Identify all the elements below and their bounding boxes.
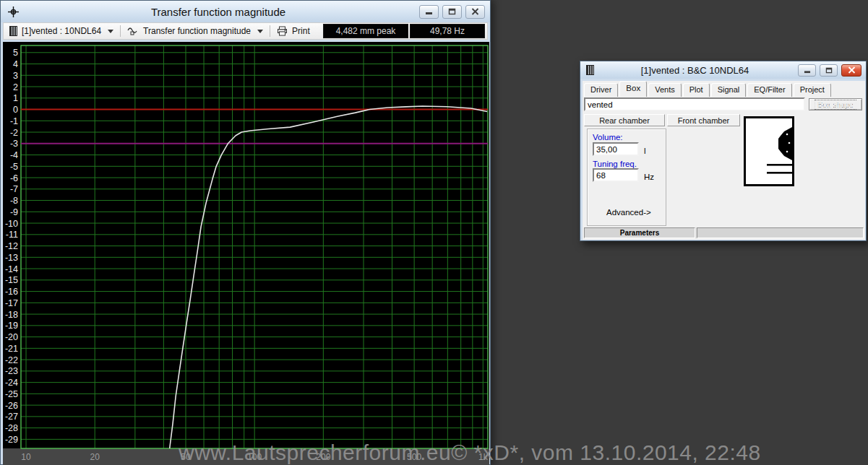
- y-tick-label: -23: [5, 366, 18, 376]
- y-tick-label: -7: [10, 184, 18, 194]
- front-chamber-button[interactable]: Front chamber: [667, 114, 740, 126]
- box-diagram: [744, 116, 794, 186]
- y-tick-label: -17: [5, 298, 18, 308]
- plot-canvas[interactable]: -29-28-27-26-25-24-23-22-21-20-19-18-17-…: [3, 42, 489, 465]
- y-tick-label: -18: [5, 310, 18, 320]
- maximize-button[interactable]: [442, 5, 462, 19]
- tab-eq-filter[interactable]: EQ/Filter: [747, 83, 791, 97]
- y-tick-label: -13: [5, 253, 18, 263]
- y-tick-label: -26: [5, 401, 18, 411]
- x-tick-label: 20: [90, 452, 100, 462]
- volume-input[interactable]: 35,00: [593, 142, 639, 156]
- y-tick-label: 4: [13, 59, 18, 69]
- status-empty: [697, 227, 864, 238]
- y-tick-label: -19: [5, 321, 18, 331]
- project-window-title: [1]vented : B&C 10NDL64: [594, 65, 796, 76]
- rear-chamber-panel: Volume: 35,00 l Tuning freq. 68 Hz Advan…: [587, 129, 666, 226]
- crosshair-icon: [7, 6, 20, 18]
- cursor-readouts: 4,482 mm peak 49,78 Hz: [323, 24, 485, 38]
- x-tick-label: 500: [407, 452, 421, 462]
- toolbar-separator: [270, 25, 270, 37]
- y-tick-label: -11: [6, 230, 18, 240]
- y-tick-label: 5: [13, 48, 18, 58]
- chevron-down-icon: [257, 30, 263, 33]
- plot-type-selector-label: Transfer function magnitude: [143, 26, 251, 36]
- close-icon: [848, 66, 856, 74]
- x-tick-label: 200: [316, 452, 330, 462]
- box-name-input[interactable]: vented: [584, 97, 805, 111]
- y-tick-label: -27: [5, 412, 18, 422]
- y-tick-label: -12: [5, 241, 18, 251]
- advanced-link[interactable]: Advanced->: [606, 208, 651, 217]
- vented-box-diagram-icon: [746, 118, 792, 184]
- y-tick-label: -29: [5, 435, 18, 445]
- tab-vents[interactable]: Vents: [648, 83, 682, 97]
- tab-driver[interactable]: Driver: [584, 83, 618, 97]
- x-tick-label: 1k: [478, 452, 489, 462]
- y-tick-label: -15: [5, 275, 18, 285]
- desktop: { "desktop": { "bg": "#3b3b3b" }, "water…: [0, 0, 868, 465]
- close-button[interactable]: [841, 64, 861, 77]
- box-shape-label: Box shape: [815, 100, 856, 110]
- plot-window-title: Transfer function magnitude: [20, 6, 417, 18]
- minimize-button[interactable]: [798, 64, 816, 77]
- y-tick-label: -28: [5, 423, 18, 433]
- y-tick-label: -6: [10, 173, 18, 183]
- y-tick-label: -14: [5, 264, 18, 274]
- close-button[interactable]: [465, 5, 485, 19]
- volume-label: Volume:: [593, 133, 623, 142]
- tuning-freq-label: Tuning freq.: [593, 160, 637, 168]
- minimize-icon: [425, 8, 433, 15]
- source-selector-label: [1]vented : 10NDL64: [22, 26, 101, 36]
- y-tick-label: -8: [10, 196, 18, 206]
- project-window-titlebar[interactable]: [1]vented : B&C 10NDL64: [580, 61, 866, 79]
- tab-plot[interactable]: Plot: [683, 83, 710, 97]
- box-shape-button[interactable]: Box shape: [809, 98, 862, 110]
- rear-chamber-button[interactable]: Rear chamber: [584, 114, 665, 126]
- tab-project[interactable]: Project: [794, 83, 831, 97]
- maximize-icon: [825, 67, 833, 74]
- plot-window-titlebar[interactable]: Transfer function magnitude: [1, 1, 490, 22]
- x-tick-label: 50: [181, 452, 191, 462]
- y-tick-label: -10: [5, 219, 18, 229]
- y-tick-label: -4: [10, 150, 18, 160]
- tab-strip: Driver Box Vents Plot Signal EQ/Filter P…: [584, 81, 833, 97]
- plot-type-selector[interactable]: Transfer function magnitude: [143, 26, 263, 36]
- plot-toolbar: [1]vented : 10NDL64 Transfer function ma…: [3, 22, 488, 40]
- y-tick-label: -3: [10, 139, 18, 149]
- y-tick-label: -25: [5, 389, 18, 399]
- y-tick-label: 2: [13, 82, 18, 92]
- print-label: Print: [292, 26, 310, 36]
- y-tick-label: -22: [5, 355, 18, 365]
- maximize-icon: [448, 8, 456, 15]
- volume-unit: l: [644, 147, 646, 155]
- toolbar-separator: [120, 25, 121, 37]
- y-tick-label: -24: [5, 378, 18, 388]
- minimize-button[interactable]: [419, 5, 439, 19]
- y-tick-label: 3: [13, 71, 18, 81]
- transfer-function-plot[interactable]: -29-28-27-26-25-24-23-22-21-20-19-18-17-…: [3, 42, 489, 465]
- tab-box[interactable]: Box: [619, 81, 647, 97]
- project-window-client: Driver Box Vents Plot Signal EQ/Filter P…: [583, 81, 865, 240]
- y-tick-label: -20: [5, 332, 18, 342]
- close-icon: [471, 8, 479, 15]
- curve-icon: [127, 27, 139, 36]
- peak-excursion-readout: 4,482 mm peak: [323, 24, 408, 38]
- maximize-button[interactable]: [820, 64, 838, 77]
- y-tick-label: 0: [13, 105, 18, 115]
- y-tick-label: 1: [13, 93, 18, 103]
- project-doc-icon: [9, 26, 17, 36]
- transfer-function-window: Transfer function magnitude [1]vented : …: [0, 0, 491, 465]
- tab-signal[interactable]: Signal: [711, 83, 747, 97]
- tuning-freq-input[interactable]: 68: [593, 168, 639, 182]
- y-tick-label: -2: [10, 128, 18, 138]
- print-button[interactable]: Print: [277, 26, 310, 36]
- cursor-frequency-readout: 49,78 Hz: [410, 24, 485, 38]
- tuning-freq-unit: Hz: [644, 173, 654, 181]
- source-selector[interactable]: [1]vented : 10NDL64: [22, 26, 113, 36]
- x-tick-label: 100: [247, 452, 262, 462]
- chevron-down-icon: [108, 30, 113, 33]
- printer-icon: [277, 26, 288, 36]
- y-tick-label: -16: [5, 287, 18, 297]
- x-tick-label: 10: [21, 452, 31, 462]
